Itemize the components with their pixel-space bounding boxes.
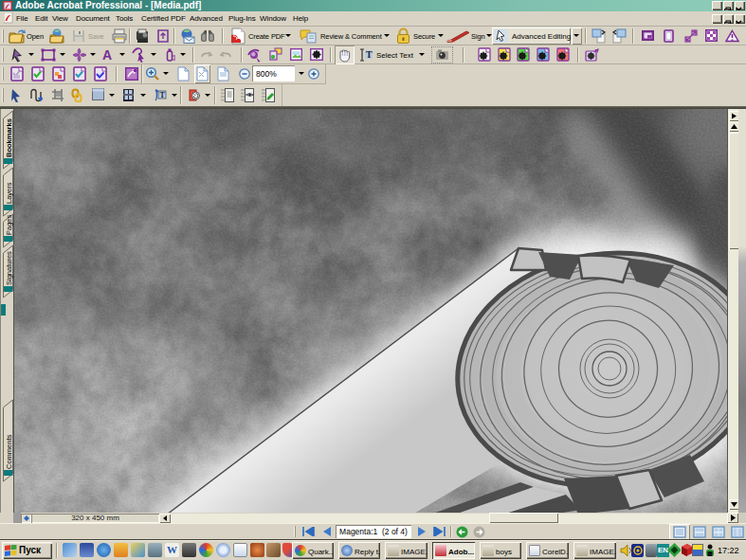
svg-text:T: T [366, 49, 373, 60]
svg-text:T: T [160, 91, 166, 99]
